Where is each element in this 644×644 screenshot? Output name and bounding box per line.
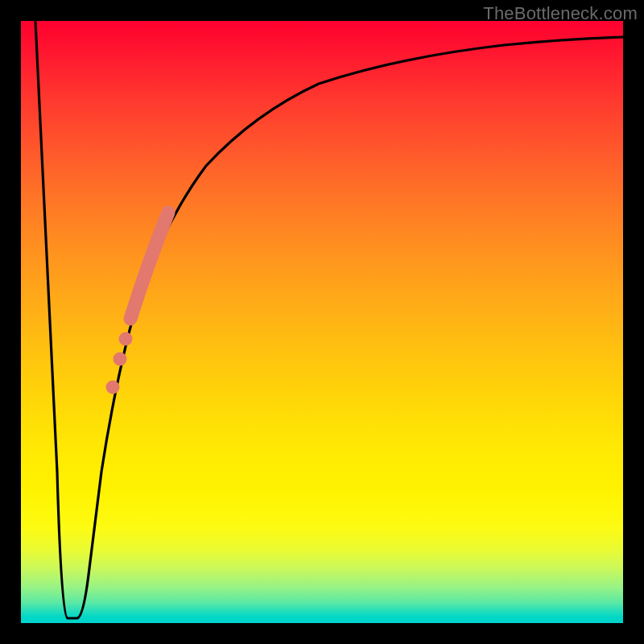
chart-plot-area (21, 21, 623, 623)
chart-frame: TheBottleneck.com (0, 0, 644, 644)
curve-highlight-dot (119, 332, 133, 346)
curve-highlight-dot (114, 353, 127, 366)
curve-path (35, 21, 623, 618)
watermark-text: TheBottleneck.com (483, 3, 638, 24)
curve-highlight-segment (130, 213, 168, 319)
curve-highlight-dot (106, 381, 120, 394)
bottleneck-curve (21, 21, 623, 623)
